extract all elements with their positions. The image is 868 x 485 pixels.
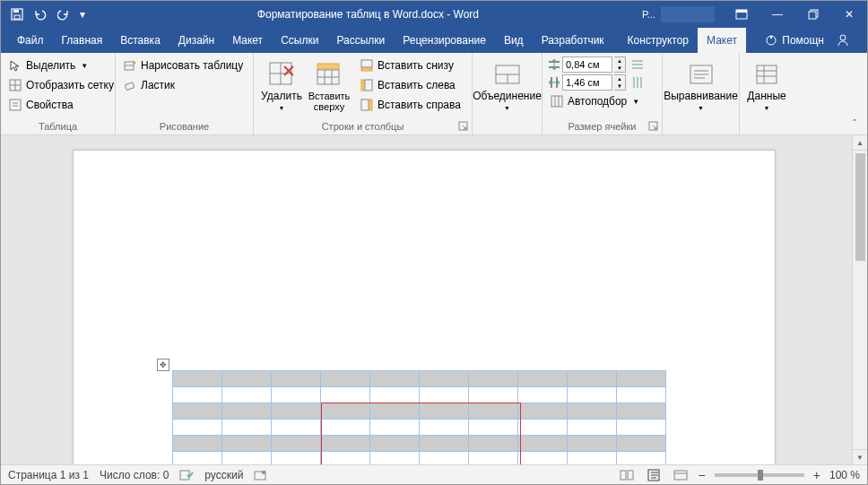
ribbon-group-alignment: Выравнивание▼: [663, 53, 740, 134]
document-viewport[interactable]: ✥: [1, 135, 852, 464]
draw-table-button[interactable]: Нарисовать таблицу: [121, 56, 245, 74]
redo-button[interactable]: [53, 4, 74, 25]
tab-developer[interactable]: Разработчик: [533, 28, 613, 53]
svg-rect-34: [361, 100, 369, 110]
chevron-down-icon: ▼: [81, 62, 88, 70]
svg-rect-30: [361, 60, 372, 67]
row-height-input[interactable]: 0,84 см: [562, 56, 612, 73]
tab-design[interactable]: Дизайн: [169, 28, 223, 53]
distribute-rows-button[interactable]: [631, 58, 644, 71]
read-mode-button[interactable]: [618, 467, 636, 483]
status-language[interactable]: русский: [204, 469, 243, 481]
ribbon-group-merge: Объединение▼: [473, 53, 542, 134]
data-menu-button[interactable]: Данные▼: [743, 56, 789, 114]
tab-file[interactable]: Файл: [8, 28, 53, 53]
distribute-cols-button[interactable]: [631, 76, 644, 89]
chevron-down-icon: ▼: [764, 105, 770, 111]
status-page[interactable]: Страница 1 из 1: [8, 469, 89, 481]
properties-icon: [8, 98, 22, 112]
tab-home[interactable]: Главная: [53, 28, 112, 53]
table-row[interactable]: [173, 387, 666, 403]
insert-above-button[interactable]: Вставить сверху: [304, 56, 354, 112]
select-label: Выделить: [26, 59, 75, 72]
table-row[interactable]: [173, 436, 666, 452]
svg-rect-33: [361, 80, 364, 91]
insert-right-button[interactable]: Вставить справа: [358, 96, 463, 114]
workspace: ✥ ▲ ▼: [1, 135, 867, 464]
col-width-icon: [548, 76, 560, 89]
zoom-level[interactable]: 100 %: [829, 469, 860, 481]
tell-me-input[interactable]: Помощн: [782, 34, 824, 47]
zoom-in-button[interactable]: +: [813, 468, 820, 482]
zoom-slider-thumb[interactable]: [758, 470, 763, 481]
zoom-slider[interactable]: [715, 473, 804, 477]
svg-rect-73: [674, 471, 687, 480]
autofit-label: Автоподбор: [568, 95, 627, 108]
share-button[interactable]: [828, 28, 858, 53]
merge-icon: [493, 60, 522, 89]
delete-icon: [267, 60, 296, 89]
insert-left-button[interactable]: Вставить слева: [358, 76, 463, 94]
user-account-chip[interactable]: [661, 6, 715, 22]
select-button[interactable]: Выделить▼: [6, 56, 116, 74]
table-move-handle[interactable]: ✥: [157, 359, 169, 371]
dialog-launcher-cell-size[interactable]: [648, 121, 659, 132]
eraser-button[interactable]: Ластик: [121, 76, 245, 94]
delete-button[interactable]: Удалить▼: [259, 56, 304, 114]
svg-rect-2: [14, 15, 20, 19]
svg-rect-60: [757, 65, 777, 83]
tab-insert[interactable]: Вставка: [111, 28, 169, 53]
web-layout-button[interactable]: [672, 467, 690, 483]
gridlines-label: Отобразить сетку: [26, 79, 114, 91]
insert-left-icon: [360, 78, 374, 92]
svg-rect-4: [736, 10, 747, 13]
macro-recording-icon[interactable]: [254, 469, 266, 481]
insert-below-button[interactable]: Вставить снизу: [358, 56, 463, 74]
print-layout-button[interactable]: [645, 467, 663, 483]
scroll-down-button[interactable]: ▼: [853, 449, 867, 464]
vertical-scrollbar[interactable]: ▲ ▼: [852, 135, 867, 464]
alignment-menu-button[interactable]: Выравнивание▼: [667, 56, 735, 114]
view-gridlines-button[interactable]: Отобразить сетку: [6, 76, 116, 94]
row-height-spinner[interactable]: ▲▼: [614, 56, 626, 73]
properties-button[interactable]: Свойства: [6, 96, 116, 114]
tab-view[interactable]: Вид: [495, 28, 533, 53]
tab-table-layout[interactable]: Макет: [698, 28, 746, 53]
group-label-draw: Рисование: [116, 121, 253, 134]
merge-menu-button[interactable]: Объединение▼: [478, 56, 537, 114]
insert-above-icon: [315, 60, 343, 89]
zoom-out-button[interactable]: −: [699, 468, 706, 482]
user-name-truncated: P...: [642, 9, 655, 20]
tab-table-design[interactable]: Конструктор: [619, 28, 698, 53]
title-bar: ▾ Форматирование таблиц в Word.docx - Wo…: [1, 1, 867, 28]
table-row[interactable]: [173, 403, 666, 420]
eraser-icon: [123, 78, 137, 92]
tab-review[interactable]: Рецензирование: [394, 28, 495, 53]
dialog-launcher-rows-cols[interactable]: [458, 121, 469, 132]
save-button[interactable]: [6, 4, 28, 25]
undo-button[interactable]: [30, 4, 51, 25]
ribbon-display-options-button[interactable]: [724, 1, 760, 28]
tab-mailings[interactable]: Рассылки: [327, 28, 394, 53]
document-table[interactable]: [172, 370, 666, 464]
draw-table-icon: [123, 58, 137, 73]
autofit-button[interactable]: Автоподбор▼: [548, 92, 644, 110]
tell-me-icon: [764, 33, 778, 48]
minimize-button[interactable]: —: [760, 1, 795, 28]
spellcheck-icon[interactable]: [179, 469, 194, 481]
table-row[interactable]: [173, 452, 666, 465]
group-label-alignment: [663, 121, 739, 134]
collapse-ribbon-button[interactable]: ˆ: [847, 117, 862, 132]
col-width-spinner[interactable]: ▲▼: [614, 74, 626, 91]
status-word-count[interactable]: Число слов: 0: [100, 469, 169, 481]
customize-qat-button[interactable]: ▾: [76, 4, 89, 25]
col-width-input[interactable]: 1,46 см: [562, 74, 612, 91]
close-button[interactable]: ✕: [831, 1, 867, 28]
tab-references[interactable]: Ссылки: [272, 28, 327, 53]
scroll-up-button[interactable]: ▲: [853, 135, 867, 151]
tab-layout[interactable]: Макет: [223, 28, 272, 53]
scroll-thumb[interactable]: [855, 153, 865, 261]
table-row[interactable]: [173, 371, 666, 387]
table-row[interactable]: [173, 420, 666, 436]
restore-button[interactable]: [795, 1, 831, 28]
